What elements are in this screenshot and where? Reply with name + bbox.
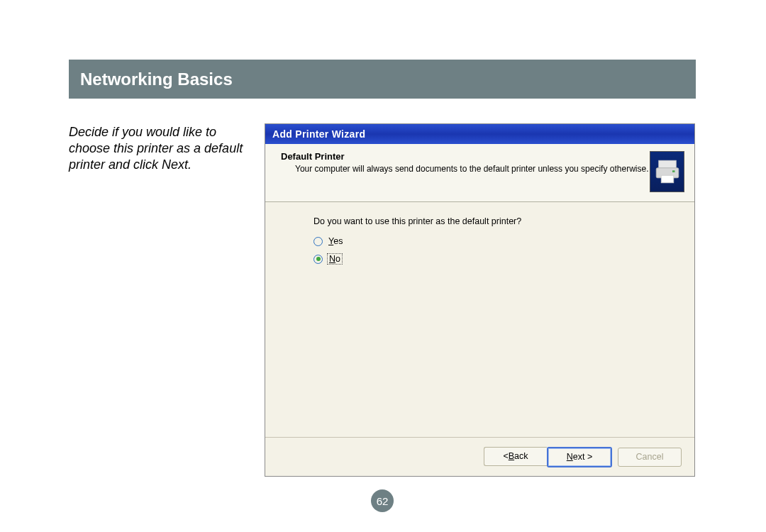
wizard-section-subtitle: Your computer will always send documents… (295, 164, 650, 174)
wizard-header: Default Printer Your computer will alway… (265, 144, 694, 202)
back-button[interactable]: < Back (484, 447, 547, 466)
radio-label-no: No (327, 253, 343, 265)
wizard-body: Do you want to use this printer as the d… (265, 202, 694, 437)
wizard-footer: < Back Next > Cancel (265, 437, 694, 476)
wizard-question: Do you want to use this printer as the d… (313, 216, 666, 226)
radio-option-yes[interactable]: Yes (313, 236, 666, 246)
wizard-header-text: Default Printer Your computer will alway… (281, 150, 650, 196)
next-button[interactable]: Next > (547, 447, 612, 467)
section-header: Networking Basics (69, 60, 696, 99)
svg-rect-3 (672, 170, 675, 172)
back-next-button-group: < Back Next > (484, 447, 612, 467)
printer-icon (650, 151, 684, 192)
wizard-section-title: Default Printer (281, 151, 650, 162)
cancel-button[interactable]: Cancel (618, 448, 682, 467)
svg-rect-0 (658, 160, 676, 168)
radio-label-yes: Yes (327, 236, 344, 246)
page-number-badge: 62 (371, 489, 394, 512)
radio-option-no[interactable]: No (313, 253, 666, 265)
add-printer-wizard-window: Add Printer Wizard Default Printer Your … (265, 123, 695, 477)
wizard-titlebar: Add Printer Wizard (265, 124, 694, 144)
section-title: Networking Basics (80, 70, 233, 89)
radio-icon-selected (313, 255, 323, 264)
radio-icon (313, 237, 323, 246)
page-number: 62 (377, 495, 389, 507)
svg-rect-2 (661, 175, 674, 183)
instruction-text: Decide if you would like to choose this … (69, 124, 260, 173)
wizard-title: Add Printer Wizard (272, 128, 365, 140)
